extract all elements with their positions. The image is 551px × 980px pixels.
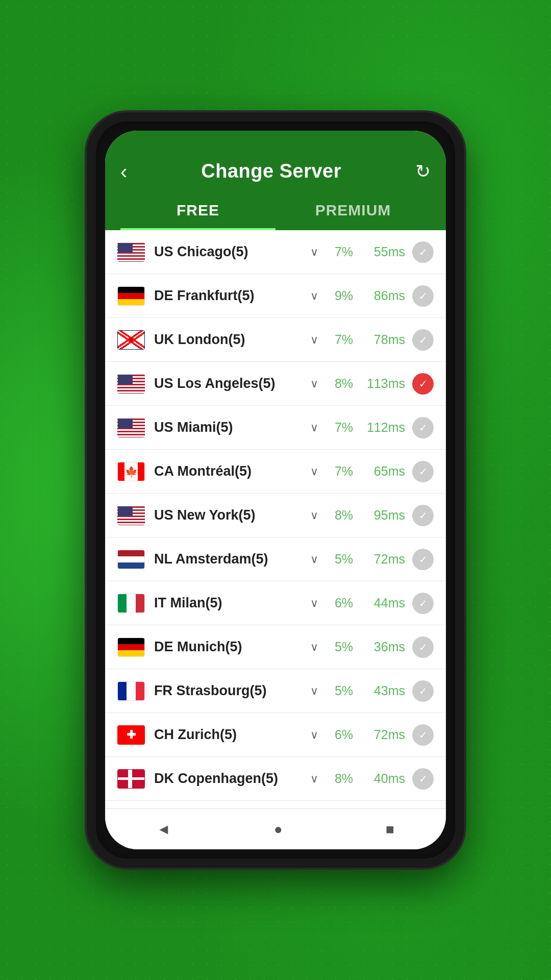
page-title: Change Server: [201, 160, 341, 182]
server-name: US New York(5): [154, 507, 310, 523]
server-load: 7%: [329, 332, 359, 347]
server-latency: 36ms: [359, 640, 405, 654]
server-row[interactable]: ✚ CH Zurich(5) ∨ 6% 72ms ✓: [105, 713, 446, 757]
server-check-icon: ✓: [412, 373, 434, 395]
flag-us: [117, 242, 145, 262]
server-list: US Chicago(5) ∨ 7% 55ms ✓ DE Frankfurt(5…: [105, 230, 446, 808]
server-load: 8%: [329, 771, 359, 786]
server-name: US Miami(5): [154, 420, 310, 435]
chevron-down-icon: ∨: [310, 553, 318, 566]
server-latency: 65ms: [359, 464, 405, 479]
server-latency: 95ms: [359, 508, 405, 523]
flag-it: [117, 594, 145, 613]
flag-us: [117, 418, 145, 437]
status-bar: [105, 131, 446, 151]
flag-dk: [117, 769, 145, 789]
server-latency: 72ms: [359, 552, 405, 567]
server-name: UK London(5): [154, 332, 310, 348]
server-check-icon: ✓: [412, 461, 434, 482]
server-load: 7%: [329, 244, 359, 259]
tab-free[interactable]: FREE: [120, 192, 276, 230]
server-check-icon: ✓: [412, 285, 434, 307]
server-name: US Chicago(5): [154, 244, 310, 260]
server-latency: 72ms: [359, 727, 405, 742]
volume-down-button[interactable]: [455, 285, 464, 326]
chevron-down-icon: ∨: [310, 289, 318, 303]
server-row[interactable]: US Miami(5) ∨ 7% 112ms ✓: [105, 406, 446, 450]
server-row[interactable]: UK London(5) ∨ 7% 78ms ✓: [105, 318, 446, 362]
flag-de: [117, 286, 145, 306]
flag-ca: 🍁: [117, 462, 145, 481]
chevron-down-icon: ∨: [310, 728, 318, 742]
server-name: NL Amsterdam(5): [154, 551, 310, 567]
server-check-icon: ✓: [412, 724, 434, 746]
server-latency: 86ms: [359, 288, 405, 303]
server-load: 8%: [329, 508, 359, 523]
chevron-down-icon: ∨: [310, 377, 318, 390]
tabs-row: FREE PREMIUM: [120, 192, 431, 230]
server-load: 5%: [329, 552, 359, 567]
chevron-down-icon: ∨: [310, 509, 318, 522]
back-button[interactable]: ‹: [120, 161, 127, 182]
server-name: FR Strasbourg(5): [154, 683, 310, 699]
flag-us: [117, 506, 145, 525]
volume-up-button[interactable]: [455, 234, 464, 275]
server-latency: 43ms: [359, 683, 405, 698]
flag-nl: [117, 550, 145, 569]
server-name: CH Zurich(5): [154, 727, 310, 743]
flag-ch: ✚: [117, 725, 145, 745]
server-row[interactable]: US Los Angeles(5) ∨ 8% 113ms ✓: [105, 362, 446, 406]
nav-home-button[interactable]: ●: [274, 821, 283, 838]
server-check-icon: ✓: [412, 549, 434, 570]
chevron-down-icon: ∨: [310, 597, 318, 610]
phone-wrapper: ‹ Change Server ↻ FREE PREMIUM US Chicag…: [87, 112, 464, 868]
server-latency: 113ms: [359, 376, 405, 391]
server-name: DE Frankfurt(5): [154, 288, 310, 304]
server-load: 8%: [329, 376, 359, 391]
server-row[interactable]: US Chicago(5) ∨ 7% 55ms ✓: [105, 230, 446, 274]
server-check-icon: ✓: [412, 680, 434, 702]
server-load: 9%: [329, 288, 359, 303]
app-header: ‹ Change Server ↻ FREE PREMIUM: [105, 151, 446, 230]
flag-fr: [117, 681, 145, 701]
server-name: CA Montréal(5): [154, 463, 310, 479]
server-latency: 112ms: [359, 420, 405, 435]
chevron-down-icon: ∨: [310, 684, 318, 698]
server-row[interactable]: US New York(5) ∨ 8% 95ms ✓: [105, 494, 446, 537]
phone-frame: ‹ Change Server ↻ FREE PREMIUM US Chicag…: [87, 112, 464, 868]
flag-uk: [117, 330, 145, 350]
chevron-down-icon: ∨: [310, 772, 318, 786]
server-row[interactable]: NL Amsterdam(5) ∨ 5% 72ms ✓: [105, 537, 446, 581]
tab-premium[interactable]: PREMIUM: [276, 192, 431, 230]
nav-recent-button[interactable]: ■: [386, 821, 394, 838]
server-latency: 78ms: [359, 332, 405, 347]
server-row[interactable]: DE Munich(5) ∨ 5% 36ms ✓: [105, 625, 446, 669]
server-load: 5%: [329, 683, 359, 698]
server-check-icon: ✓: [412, 505, 434, 526]
server-row[interactable]: IT Milan(5) ∨ 6% 44ms ✓: [105, 581, 446, 625]
flag-de: [117, 638, 145, 657]
server-check-icon: ✓: [412, 636, 434, 658]
server-name: IT Milan(5): [154, 595, 310, 611]
chevron-down-icon: ∨: [310, 641, 318, 654]
server-row[interactable]: DE Frankfurt(5) ∨ 9% 86ms ✓: [105, 274, 446, 318]
chevron-down-icon: ∨: [310, 333, 318, 347]
server-name: US Los Angeles(5): [154, 376, 310, 391]
server-load: 6%: [329, 596, 359, 610]
server-row[interactable]: 🍁 CA Montréal(5) ∨ 7% 65ms ✓: [105, 450, 446, 494]
server-check-icon: ✓: [412, 417, 434, 438]
power-button[interactable]: [87, 264, 96, 326]
server-name: DE Munich(5): [154, 639, 310, 655]
server-row[interactable]: ES Madrid(5) ∨ 5% 68ms ✓: [105, 801, 446, 808]
server-name: DK Copenhagen(5): [154, 771, 310, 787]
server-row[interactable]: FR Strasbourg(5) ∨ 5% 43ms ✓: [105, 669, 446, 713]
server-latency: 55ms: [359, 244, 405, 259]
chevron-down-icon: ∨: [310, 465, 318, 478]
server-load: 7%: [329, 420, 359, 435]
server-row[interactable]: DK Copenhagen(5) ∨ 8% 40ms ✓: [105, 757, 446, 801]
server-check-icon: ✓: [412, 593, 434, 614]
server-check-icon: ✓: [412, 241, 434, 263]
chevron-down-icon: ∨: [310, 246, 318, 259]
nav-back-button[interactable]: ◄: [157, 821, 171, 838]
refresh-button[interactable]: ↻: [415, 161, 431, 182]
